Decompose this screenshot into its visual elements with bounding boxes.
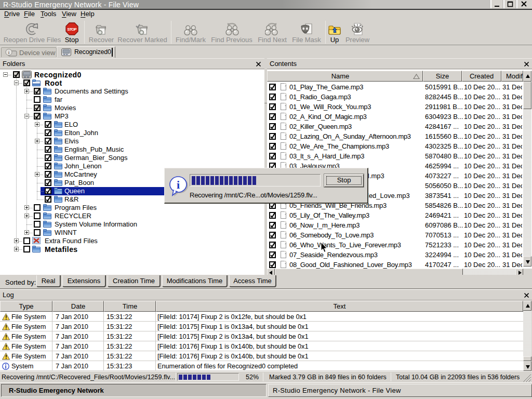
svg-text:i: i (177, 178, 180, 191)
